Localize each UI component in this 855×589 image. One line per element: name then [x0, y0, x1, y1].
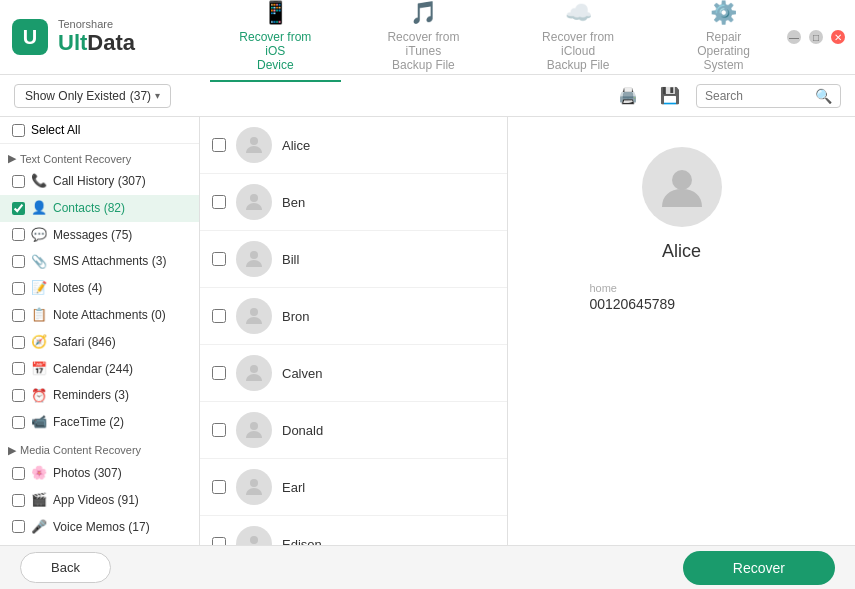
detail-panel: Alice home 00120645789: [508, 117, 855, 545]
note-attachments-icon: 📋: [31, 307, 47, 323]
voice-memos-checkbox[interactable]: [12, 520, 25, 533]
contact-checkbox-bill[interactable]: [212, 252, 226, 266]
contact-avatar-calven: [236, 355, 272, 391]
sidebar-item-safari[interactable]: 🧭 Safari (846): [0, 329, 199, 356]
recover-button[interactable]: Recover: [683, 551, 835, 585]
search-icon: 🔍: [815, 88, 832, 104]
sidebar-item-call-history[interactable]: 📞 Call History (307): [0, 168, 199, 195]
app-videos-checkbox[interactable]: [12, 494, 25, 507]
show-only-button[interactable]: Show Only Existed (37) ▾: [14, 84, 171, 108]
note-attachments-label: Note Attachments (0): [53, 307, 166, 324]
contact-row-calven[interactable]: Calven: [200, 345, 507, 402]
contact-row-bron[interactable]: Bron: [200, 288, 507, 345]
detail-field-value: 00120645789: [589, 296, 675, 312]
sidebar-item-facetime[interactable]: 📹 FaceTime (2): [0, 409, 199, 436]
bottom-bar: Back Recover: [0, 545, 855, 589]
show-only-label: Show Only Existed: [25, 89, 126, 103]
contact-checkbox-calven[interactable]: [212, 366, 226, 380]
sidebar-item-sms-attachments[interactable]: 📎 SMS Attachments (3): [0, 248, 199, 275]
sidebar-item-notes[interactable]: 📝 Notes (4): [0, 275, 199, 302]
select-all-checkbox[interactable]: [12, 124, 25, 137]
svg-point-12: [672, 170, 692, 190]
safari-checkbox[interactable]: [12, 336, 25, 349]
contact-checkbox-edison[interactable]: [212, 537, 226, 545]
photos-label: Photos (307): [53, 465, 122, 482]
reminders-label: Reminders (3): [53, 387, 129, 404]
reminders-checkbox[interactable]: [12, 389, 25, 402]
minimize-button[interactable]: —: [787, 30, 801, 44]
messages-label: Messages (75): [53, 227, 132, 244]
export-button[interactable]: 💾: [654, 84, 686, 107]
ios-icon: 📱: [262, 0, 289, 26]
sms-attachments-icon: 📎: [31, 254, 47, 270]
logo-icon: U: [10, 17, 50, 57]
repair-icon: ⚙️: [710, 0, 737, 26]
window-controls: — □ ✕: [787, 30, 845, 44]
contact-row-donald[interactable]: Donald: [200, 402, 507, 459]
sidebar: Select All ▶ Text Content Recovery 📞 Cal…: [0, 117, 200, 545]
sidebar-item-photos[interactable]: 🌸 Photos (307): [0, 460, 199, 487]
close-button[interactable]: ✕: [831, 30, 845, 44]
svg-point-7: [250, 422, 258, 430]
maximize-button[interactable]: □: [809, 30, 823, 44]
voice-memos-icon: 🎤: [31, 519, 47, 535]
note-attachments-checkbox[interactable]: [12, 309, 25, 322]
sidebar-item-calendar[interactable]: 📅 Calendar (244): [0, 356, 199, 383]
call-history-checkbox[interactable]: [12, 175, 25, 188]
sidebar-item-messages[interactable]: 💬 Messages (75): [0, 222, 199, 249]
top-bar: U Tenorshare UltData 📱 Recover from iOSD…: [0, 0, 855, 75]
sidebar-item-note-attachments[interactable]: 📋 Note Attachments (0): [0, 302, 199, 329]
tab-itunes-label: Recover from iTunesBackup File: [371, 30, 476, 72]
contact-name-bill: Bill: [282, 252, 299, 267]
select-all-row[interactable]: Select All: [0, 117, 199, 144]
category-text-label: Text Content Recovery: [20, 153, 131, 165]
category-media: ▶ Media Content Recovery: [0, 436, 199, 460]
category-media-label: Media Content Recovery: [20, 444, 141, 456]
contact-row-alice[interactable]: Alice: [200, 117, 507, 174]
svg-point-5: [250, 308, 258, 316]
detail-name: Alice: [662, 241, 701, 262]
category-text: ▶ Text Content Recovery: [0, 144, 199, 168]
contact-checkbox-ben[interactable]: [212, 195, 226, 209]
back-button[interactable]: Back: [20, 552, 111, 583]
nav-tabs: 📱 Recover from iOSDevice 🎵 Recover from …: [210, 0, 787, 82]
contacts-icon: 👤: [31, 200, 47, 216]
facetime-label: FaceTime (2): [53, 414, 124, 431]
main-content: Select All ▶ Text Content Recovery 📞 Cal…: [0, 117, 855, 545]
contact-checkbox-earl[interactable]: [212, 480, 226, 494]
sidebar-item-app-videos[interactable]: 🎬 App Videos (91): [0, 487, 199, 514]
contact-name-edison: Edison: [282, 537, 322, 546]
tab-icloud[interactable]: ☁️ Recover from iCloudBackup File: [506, 0, 650, 82]
tab-icloud-label: Recover from iCloudBackup File: [526, 30, 630, 72]
tab-ios[interactable]: 📱 Recover from iOSDevice: [210, 0, 341, 82]
contact-row-edison[interactable]: Edison: [200, 516, 507, 545]
sms-attachments-checkbox[interactable]: [12, 255, 25, 268]
facetime-checkbox[interactable]: [12, 416, 25, 429]
contact-name-bron: Bron: [282, 309, 309, 324]
sidebar-item-reminders[interactable]: ⏰ Reminders (3): [0, 382, 199, 409]
sidebar-item-voice-memos[interactable]: 🎤 Voice Memos (17): [0, 514, 199, 541]
search-input[interactable]: [705, 89, 815, 103]
tab-itunes[interactable]: 🎵 Recover from iTunesBackup File: [351, 0, 496, 82]
contact-checkbox-alice[interactable]: [212, 138, 226, 152]
contact-checkbox-donald[interactable]: [212, 423, 226, 437]
contact-list: Alice Ben Bill Bron: [200, 117, 508, 545]
sidebar-item-contacts[interactable]: 👤 Contacts (82): [0, 195, 199, 222]
notes-icon: 📝: [31, 281, 47, 297]
calendar-checkbox[interactable]: [12, 362, 25, 375]
print-button[interactable]: 🖨️: [612, 84, 644, 107]
logo-name: UltData: [58, 30, 135, 56]
contacts-checkbox[interactable]: [12, 202, 25, 215]
notes-checkbox[interactable]: [12, 282, 25, 295]
contact-row-ben[interactable]: Ben: [200, 174, 507, 231]
tab-repair[interactable]: ⚙️ Repair OperatingSystem: [660, 0, 787, 82]
contact-row-earl[interactable]: Earl: [200, 459, 507, 516]
photos-checkbox[interactable]: [12, 467, 25, 480]
voice-memos-label: Voice Memos (17): [53, 519, 150, 536]
sidebar-item-voicemail[interactable]: 📞 Voicemail (0): [0, 540, 199, 545]
contact-checkbox-bron[interactable]: [212, 309, 226, 323]
call-history-label: Call History (307): [53, 173, 146, 190]
messages-checkbox[interactable]: [12, 228, 25, 241]
search-box: 🔍: [696, 84, 841, 108]
contact-row-bill[interactable]: Bill: [200, 231, 507, 288]
